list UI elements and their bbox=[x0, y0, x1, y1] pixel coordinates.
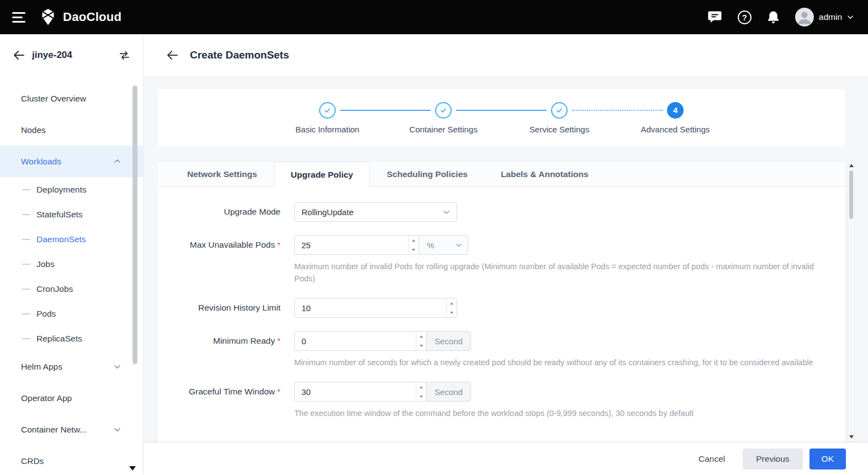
sidebar-item-cronjobs[interactable]: CronJobs bbox=[0, 276, 143, 301]
step-number: 4 bbox=[667, 102, 684, 119]
chevron-down-icon bbox=[443, 209, 450, 216]
sidebar-item-container-network[interactable]: Container Netw... bbox=[0, 414, 143, 445]
spin-down-icon[interactable] bbox=[416, 392, 426, 401]
tab-network-settings[interactable]: Network Settings bbox=[171, 162, 274, 186]
spin-up-icon[interactable] bbox=[416, 332, 426, 341]
field-label: Minimum Ready* bbox=[157, 336, 294, 346]
sidebar-item-deployments[interactable]: Deployments bbox=[0, 177, 143, 202]
sidebar: jinye-204 Cluster Overview Nodes Workloa… bbox=[0, 34, 144, 475]
sidebar-item-replicasets[interactable]: ReplicaSets bbox=[0, 326, 143, 351]
number-spinner bbox=[408, 236, 419, 254]
dash-icon bbox=[22, 214, 30, 215]
graceful-time-unit: Second bbox=[426, 382, 471, 402]
spin-up-icon[interactable] bbox=[409, 236, 419, 245]
required-mark: * bbox=[277, 336, 280, 345]
minimum-ready-unit: Second bbox=[426, 331, 471, 351]
sidebar-item-nodes[interactable]: Nodes bbox=[0, 114, 143, 146]
step-basic-information[interactable]: Basic Information bbox=[269, 102, 385, 147]
avatar bbox=[795, 8, 814, 26]
upgrade-mode-field: Upgrade Mode RollingUpdate bbox=[157, 202, 845, 222]
sidebar-item-cluster-overview[interactable]: Cluster Overview bbox=[0, 83, 143, 114]
field-label: Graceful Time Window* bbox=[157, 387, 294, 397]
required-mark: * bbox=[277, 240, 280, 249]
sidebar-item-helm-apps[interactable]: Helm Apps bbox=[0, 351, 143, 382]
tab-scheduling-policies[interactable]: Scheduling Policies bbox=[370, 162, 484, 186]
sidebar-item-jobs[interactable]: Jobs bbox=[0, 252, 143, 276]
revision-history-field: Revision History Limit bbox=[157, 298, 845, 318]
max-unavailable-help: Maximum number of invalid Pods for rolli… bbox=[294, 260, 829, 285]
scroll-up-icon[interactable] bbox=[849, 164, 854, 167]
sidebar-back-button[interactable] bbox=[13, 50, 24, 60]
graceful-time-input[interactable] bbox=[294, 382, 427, 402]
daocloud-logo-icon bbox=[39, 9, 57, 25]
chevron-up-icon bbox=[114, 158, 121, 165]
bell-icon[interactable] bbox=[767, 10, 780, 24]
graceful-time-help: The execution time window of the command… bbox=[294, 407, 829, 419]
settings-card: Network Settings Upgrade Policy Scheduli… bbox=[157, 161, 846, 443]
field-label: Max Unavailable Pods* bbox=[157, 240, 294, 250]
upgrade-mode-select[interactable]: RollingUpdate bbox=[294, 202, 457, 222]
stepper: Basic Information Container Settings Ser… bbox=[269, 102, 733, 147]
check-icon bbox=[435, 102, 452, 119]
spin-up-icon[interactable] bbox=[416, 382, 426, 392]
spin-down-icon[interactable] bbox=[447, 308, 457, 317]
sidebar-scrollbar[interactable] bbox=[133, 86, 137, 364]
sidebar-item-crds[interactable]: CRDs bbox=[0, 445, 143, 475]
ok-button[interactable]: OK bbox=[809, 449, 846, 469]
dash-icon bbox=[22, 289, 30, 290]
dash-icon bbox=[22, 338, 30, 339]
dash-icon bbox=[22, 313, 30, 314]
dash-icon bbox=[22, 189, 30, 190]
number-spinner bbox=[416, 382, 426, 401]
sidebar-item-pods[interactable]: Pods bbox=[0, 301, 143, 326]
chevron-down-icon bbox=[847, 14, 854, 20]
previous-button[interactable]: Previous bbox=[743, 449, 802, 469]
sidebar-item-statefulsets[interactable]: StatefulSets bbox=[0, 202, 143, 227]
sidebar-item-operator-app[interactable]: Operator App bbox=[0, 382, 143, 414]
spin-down-icon[interactable] bbox=[409, 245, 419, 254]
number-spinner bbox=[416, 332, 426, 350]
cancel-button[interactable]: Cancel bbox=[691, 449, 733, 469]
tabs-row: Network Settings Upgrade Policy Scheduli… bbox=[157, 162, 845, 187]
message-icon[interactable] bbox=[707, 10, 722, 24]
sidebar-nav: Cluster Overview Nodes Workloads Deploym… bbox=[0, 76, 143, 475]
cluster-name: jinye-204 bbox=[32, 50, 110, 61]
user-name: admin bbox=[819, 12, 842, 22]
page-back-button[interactable] bbox=[167, 50, 178, 60]
topbar: DaoCloud ? admin bbox=[0, 0, 868, 34]
max-unavailable-input[interactable] bbox=[294, 235, 419, 255]
spin-up-icon[interactable] bbox=[447, 298, 457, 308]
tab-upgrade-policy[interactable]: Upgrade Policy bbox=[274, 162, 371, 187]
spin-down-icon[interactable] bbox=[416, 341, 426, 350]
sidebar-scroll-down-icon[interactable] bbox=[129, 466, 136, 471]
max-unavailable-unit-select[interactable]: % bbox=[419, 235, 468, 255]
scrollbar-thumb[interactable] bbox=[849, 170, 853, 219]
upgrade-policy-panel: Upgrade Mode RollingUpdate Max Unavailab… bbox=[157, 187, 845, 443]
check-icon bbox=[551, 102, 568, 119]
minimum-ready-input[interactable] bbox=[294, 331, 427, 351]
step-service-settings[interactable]: Service Settings bbox=[501, 102, 617, 147]
field-label: Revision History Limit bbox=[157, 303, 294, 313]
switch-cluster-icon[interactable] bbox=[118, 50, 131, 61]
content-scrollbar[interactable] bbox=[848, 161, 855, 441]
tab-labels-annotations[interactable]: Labels & Annotations bbox=[484, 162, 605, 186]
stepper-card: Basic Information Container Settings Ser… bbox=[157, 88, 846, 148]
graceful-time-field: Graceful Time Window* Second bbox=[157, 382, 845, 402]
step-advanced-settings[interactable]: 4 Advanced Settings bbox=[617, 102, 733, 147]
minimum-ready-field: Minimum Ready* Second bbox=[157, 331, 845, 351]
chevron-down-icon bbox=[114, 363, 121, 370]
brand-name: DaoCloud bbox=[63, 10, 121, 24]
scroll-down-icon[interactable] bbox=[849, 435, 854, 439]
menu-icon[interactable] bbox=[12, 12, 25, 23]
footer-bar: Cancel Previous OK bbox=[144, 443, 868, 475]
number-spinner bbox=[446, 298, 457, 317]
sidebar-item-daemonsets[interactable]: DaemonSets bbox=[0, 227, 143, 252]
help-icon[interactable]: ? bbox=[738, 10, 751, 24]
max-unavailable-field: Max Unavailable Pods* % bbox=[157, 235, 845, 255]
step-container-settings[interactable]: Container Settings bbox=[385, 102, 501, 147]
revision-history-input[interactable] bbox=[294, 298, 457, 318]
user-menu[interactable]: admin bbox=[795, 8, 854, 26]
sidebar-item-workloads[interactable]: Workloads bbox=[0, 146, 143, 177]
main-area: Create DaemonSets Basic Information bbox=[144, 34, 868, 475]
dash-icon bbox=[22, 239, 30, 240]
